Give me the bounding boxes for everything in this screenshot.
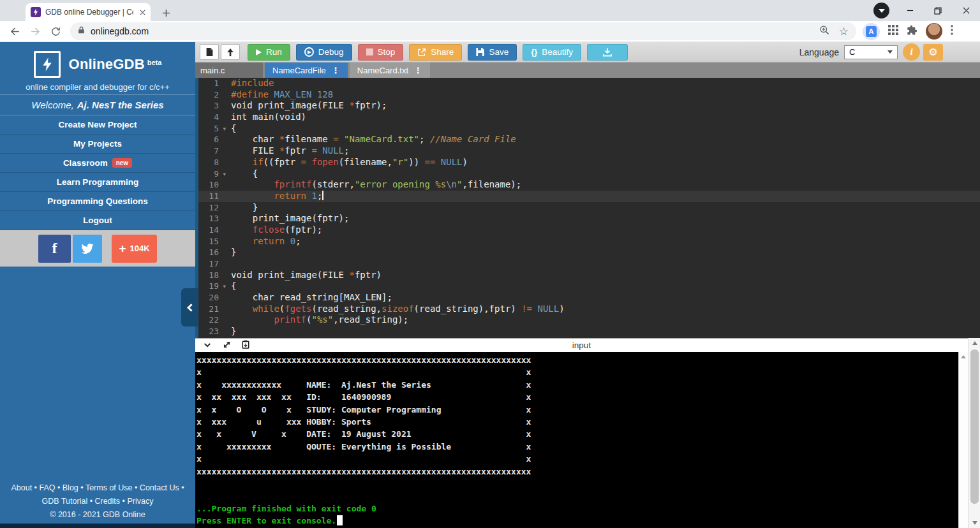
line-number[interactable]: 23 [195, 326, 227, 337]
info-button[interactable]: i [903, 43, 920, 61]
new-tab-button[interactable] [158, 5, 174, 20]
sidebar-item-classroom[interactable]: Classroomnew [0, 154, 195, 173]
code-line[interactable]: 13 print_image(fptr); [195, 213, 980, 224]
code-line[interactable]: 7 FILE *fptr = NULL; [195, 145, 980, 157]
profile-avatar[interactable] [926, 23, 942, 40]
console-terminal[interactable]: xxxxxxxxxxxxxxxxxxxxxxxxxxxxxxxxxxxxxxxx… [195, 352, 958, 528]
file-tab-main-c[interactable]: main.c [195, 62, 263, 78]
tab-close-icon[interactable] [140, 10, 145, 15]
sidebar-item-my-projects[interactable]: My Projects [0, 135, 195, 154]
code-line[interactable]: 14 fclose(fptr); [195, 224, 980, 236]
restore-button[interactable] [924, 0, 952, 21]
share-button[interactable]: Share [409, 44, 462, 61]
line-number[interactable]: 14 [195, 224, 227, 236]
facebook-button[interactable]: f [38, 235, 71, 263]
line-number[interactable]: 20 [195, 292, 227, 304]
code-line[interactable]: 9▾ { [195, 168, 980, 180]
line-number[interactable]: 4 [195, 112, 227, 123]
footer-links-line2[interactable]: GDB Tutorial • Credits • Privacy [0, 495, 195, 508]
scrollbar-down-arrow[interactable] [969, 518, 980, 528]
code-line[interactable]: 22 printf("%s",read_string); [195, 314, 980, 326]
line-number[interactable]: 9▾ [195, 168, 227, 180]
run-button[interactable]: Run [248, 44, 290, 61]
settings-gear-button[interactable]: ⚙ [923, 44, 943, 61]
back-icon[interactable] [6, 23, 23, 40]
new-file-button[interactable] [200, 44, 219, 60]
line-number[interactable]: 16 [195, 247, 227, 258]
code-line[interactable]: 10 fprintf(stderr,"error opening %s\n",f… [195, 179, 980, 191]
share-count-button[interactable]: + 104K [112, 235, 157, 263]
line-number[interactable]: 11 [195, 191, 227, 202]
code-line[interactable]: 2#define MAX_LEN 128 [195, 89, 980, 101]
file-tab-namecardfile[interactable]: NameCardFile⋮ [265, 62, 348, 78]
code-line[interactable]: 23} [195, 326, 980, 337]
translate-icon[interactable]: A [863, 23, 880, 40]
twitter-button[interactable] [73, 235, 102, 263]
scroll-up-icon[interactable] [961, 355, 966, 358]
bookmark-star-icon[interactable]: ☆ [839, 26, 849, 37]
code-line[interactable]: 21 while(fgets(read_string,sizeof(read_s… [195, 304, 980, 315]
console-inner-scrollbar[interactable] [958, 352, 968, 528]
line-number[interactable]: 10 [195, 179, 227, 191]
code-line[interactable]: 3void print_image(FILE *fptr); [195, 100, 980, 112]
close-button[interactable] [952, 0, 980, 21]
forward-icon[interactable] [27, 23, 43, 40]
address-input[interactable]: onlinegdb.com ☆ [70, 22, 856, 40]
code-line[interactable]: 19▾{ [195, 281, 980, 292]
line-number[interactable]: 7 [195, 145, 227, 157]
line-number[interactable]: 17 [195, 258, 227, 270]
browser-menu-icon[interactable] [951, 25, 953, 38]
language-select[interactable]: C [844, 45, 898, 59]
line-number[interactable]: 1 [195, 78, 227, 89]
line-number[interactable]: 21 [195, 304, 227, 315]
code-line[interactable]: 16} [195, 247, 980, 258]
code-line[interactable]: 5▾{ [195, 123, 980, 135]
extensions-puzzle-icon[interactable] [907, 25, 917, 38]
tab-menu-icon[interactable]: ⋮ [332, 66, 340, 75]
line-number[interactable]: 13 [195, 213, 227, 224]
debug-button[interactable]: Debug [296, 44, 352, 61]
footer-links-line1[interactable]: About • FAQ • Blog • Terms of Use • Cont… [0, 481, 195, 495]
upload-button[interactable] [221, 44, 240, 60]
scrollbar-up-arrow[interactable] [969, 338, 980, 348]
minimize-button[interactable] [896, 0, 924, 21]
tab-menu-icon[interactable]: ⋮ [414, 66, 422, 75]
code-line[interactable]: 20 char read_string[MAX_LEN]; [195, 292, 980, 304]
line-number[interactable]: 2 [195, 89, 227, 101]
code-line[interactable]: 6 char *filename = "NameCard.txt"; //Nam… [195, 134, 980, 145]
fold-marker-icon[interactable]: ▾ [223, 169, 226, 180]
line-number[interactable]: 19▾ [195, 281, 227, 292]
save-button[interactable]: Save [468, 44, 517, 61]
fold-marker-icon[interactable]: ▾ [223, 124, 226, 135]
sidebar-item-programming-questions[interactable]: Programming Questions [0, 192, 195, 211]
download-button[interactable] [587, 44, 628, 61]
console-scrollbar[interactable] [968, 338, 980, 528]
beautify-button[interactable]: {} Beautify [523, 44, 581, 61]
line-number[interactable]: 12 [195, 202, 227, 214]
scrollbar-thumb[interactable] [970, 349, 979, 504]
code-line[interactable]: 18void print_image(FILE *fptr) [195, 270, 980, 281]
file-tab-namecard-txt[interactable]: NameCard.txt⋮ [350, 62, 430, 78]
sidebar-item-logout[interactable]: Logout [0, 211, 195, 230]
logo[interactable]: OnlineGDBbeta [0, 42, 195, 78]
code-line[interactable]: 12 } [195, 202, 980, 214]
line-number[interactable]: 22 [195, 314, 227, 326]
code-line[interactable]: 4int main(void) [195, 112, 980, 123]
stop-button[interactable]: Stop [358, 44, 404, 61]
reload-icon[interactable] [47, 23, 64, 40]
line-number[interactable]: 18 [195, 270, 227, 281]
line-number[interactable]: 3 [195, 100, 227, 112]
fold-marker-icon[interactable]: ▾ [223, 281, 226, 293]
code-line[interactable]: 11 return 1; [195, 191, 980, 202]
lock-icon[interactable] [78, 26, 85, 37]
code-line[interactable]: 8 if((fptr = fopen(filename,"r")) == NUL… [195, 157, 980, 168]
line-number[interactable]: 15 [195, 236, 227, 247]
browser-tab[interactable]: GDB online Debugger | Compiler [26, 3, 151, 21]
sidebar-item-learn-programming[interactable]: Learn Programming [0, 173, 195, 192]
sidebar-item-create-new-project[interactable]: Create New Project [0, 115, 195, 135]
code-line[interactable]: 17 [195, 258, 980, 270]
line-number[interactable]: 6 [195, 134, 227, 145]
code-line[interactable]: 15 return 0; [195, 236, 980, 247]
line-number[interactable]: 5▾ [195, 123, 227, 135]
code-editor[interactable]: 1#include2#define MAX_LEN 1283void print… [195, 78, 980, 338]
